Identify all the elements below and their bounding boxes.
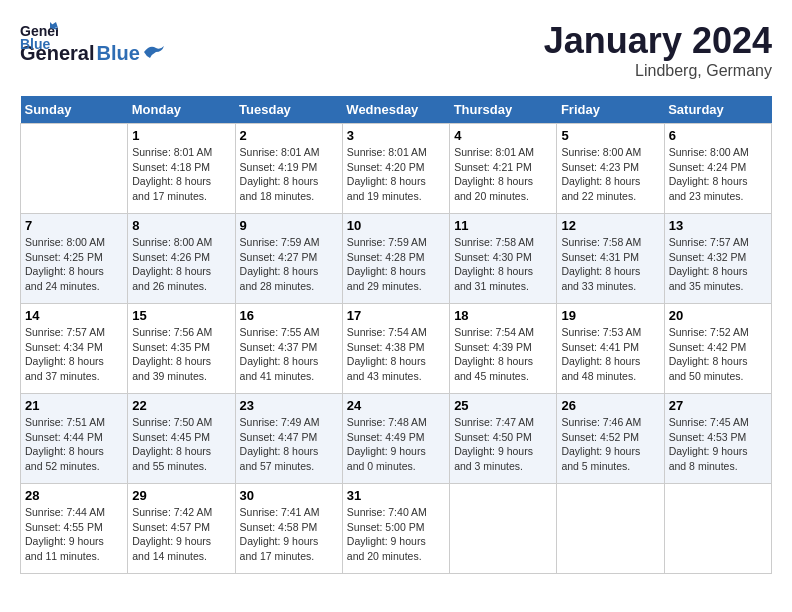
sunset-text: Sunset: 4:58 PM <box>240 521 318 533</box>
sunrise-text: Sunrise: 7:59 AM <box>240 236 320 248</box>
calendar-cell: 26Sunrise: 7:46 AMSunset: 4:52 PMDayligh… <box>557 394 664 484</box>
sunset-text: Sunset: 4:49 PM <box>347 431 425 443</box>
day-number: 12 <box>561 218 659 233</box>
day-info: Sunrise: 7:41 AMSunset: 4:58 PMDaylight:… <box>240 505 338 564</box>
daylight-text: Daylight: 8 hours and 28 minutes. <box>240 265 319 292</box>
weekday-header-saturday: Saturday <box>664 96 771 124</box>
daylight-text: Daylight: 8 hours and 55 minutes. <box>132 445 211 472</box>
sunset-text: Sunset: 4:37 PM <box>240 341 318 353</box>
sunrise-text: Sunrise: 7:53 AM <box>561 326 641 338</box>
sunset-text: Sunset: 4:32 PM <box>669 251 747 263</box>
logo-icon: General Blue <box>20 20 58 52</box>
sunrise-text: Sunrise: 7:57 AM <box>25 326 105 338</box>
sunset-text: Sunset: 4:44 PM <box>25 431 103 443</box>
calendar-cell: 23Sunrise: 7:49 AMSunset: 4:47 PMDayligh… <box>235 394 342 484</box>
calendar-cell: 17Sunrise: 7:54 AMSunset: 4:38 PMDayligh… <box>342 304 449 394</box>
day-number: 9 <box>240 218 338 233</box>
calendar-cell <box>21 124 128 214</box>
sunrise-text: Sunrise: 7:55 AM <box>240 326 320 338</box>
calendar-cell: 15Sunrise: 7:56 AMSunset: 4:35 PMDayligh… <box>128 304 235 394</box>
sunset-text: Sunset: 4:45 PM <box>132 431 210 443</box>
calendar-header-row: SundayMondayTuesdayWednesdayThursdayFrid… <box>21 96 772 124</box>
day-number: 6 <box>669 128 767 143</box>
daylight-text: Daylight: 8 hours and 52 minutes. <box>25 445 104 472</box>
day-info: Sunrise: 7:46 AMSunset: 4:52 PMDaylight:… <box>561 415 659 474</box>
day-number: 14 <box>25 308 123 323</box>
calendar-cell: 19Sunrise: 7:53 AMSunset: 4:41 PMDayligh… <box>557 304 664 394</box>
sunset-text: Sunset: 4:27 PM <box>240 251 318 263</box>
sunset-text: Sunset: 4:24 PM <box>669 161 747 173</box>
calendar-title: January 2024 <box>544 20 772 62</box>
daylight-text: Daylight: 8 hours and 24 minutes. <box>25 265 104 292</box>
daylight-text: Daylight: 8 hours and 43 minutes. <box>347 355 426 382</box>
sunset-text: Sunset: 4:20 PM <box>347 161 425 173</box>
daylight-text: Daylight: 8 hours and 18 minutes. <box>240 175 319 202</box>
day-info: Sunrise: 8:01 AMSunset: 4:18 PMDaylight:… <box>132 145 230 204</box>
daylight-text: Daylight: 8 hours and 19 minutes. <box>347 175 426 202</box>
daylight-text: Daylight: 8 hours and 20 minutes. <box>454 175 533 202</box>
sunrise-text: Sunrise: 7:58 AM <box>561 236 641 248</box>
sunrise-text: Sunrise: 7:56 AM <box>132 326 212 338</box>
calendar-cell: 24Sunrise: 7:48 AMSunset: 4:49 PMDayligh… <box>342 394 449 484</box>
day-info: Sunrise: 7:53 AMSunset: 4:41 PMDaylight:… <box>561 325 659 384</box>
calendar-week-5: 28Sunrise: 7:44 AMSunset: 4:55 PMDayligh… <box>21 484 772 574</box>
sunrise-text: Sunrise: 8:00 AM <box>669 146 749 158</box>
calendar-cell: 16Sunrise: 7:55 AMSunset: 4:37 PMDayligh… <box>235 304 342 394</box>
calendar-week-3: 14Sunrise: 7:57 AMSunset: 4:34 PMDayligh… <box>21 304 772 394</box>
daylight-text: Daylight: 8 hours and 35 minutes. <box>669 265 748 292</box>
calendar-cell: 1Sunrise: 8:01 AMSunset: 4:18 PMDaylight… <box>128 124 235 214</box>
day-info: Sunrise: 7:47 AMSunset: 4:50 PMDaylight:… <box>454 415 552 474</box>
sunrise-text: Sunrise: 8:00 AM <box>132 236 212 248</box>
calendar-cell: 4Sunrise: 8:01 AMSunset: 4:21 PMDaylight… <box>450 124 557 214</box>
day-number: 18 <box>454 308 552 323</box>
daylight-text: Daylight: 9 hours and 5 minutes. <box>561 445 640 472</box>
daylight-text: Daylight: 9 hours and 0 minutes. <box>347 445 426 472</box>
daylight-text: Daylight: 8 hours and 31 minutes. <box>454 265 533 292</box>
daylight-text: Daylight: 8 hours and 33 minutes. <box>561 265 640 292</box>
sunset-text: Sunset: 4:53 PM <box>669 431 747 443</box>
day-info: Sunrise: 7:55 AMSunset: 4:37 PMDaylight:… <box>240 325 338 384</box>
daylight-text: Daylight: 8 hours and 26 minutes. <box>132 265 211 292</box>
day-number: 1 <box>132 128 230 143</box>
sunrise-text: Sunrise: 7:52 AM <box>669 326 749 338</box>
day-info: Sunrise: 8:00 AMSunset: 4:25 PMDaylight:… <box>25 235 123 294</box>
day-number: 30 <box>240 488 338 503</box>
daylight-text: Daylight: 9 hours and 8 minutes. <box>669 445 748 472</box>
calendar-cell: 29Sunrise: 7:42 AMSunset: 4:57 PMDayligh… <box>128 484 235 574</box>
calendar-cell: 27Sunrise: 7:45 AMSunset: 4:53 PMDayligh… <box>664 394 771 484</box>
daylight-text: Daylight: 8 hours and 50 minutes. <box>669 355 748 382</box>
calendar-cell: 14Sunrise: 7:57 AMSunset: 4:34 PMDayligh… <box>21 304 128 394</box>
sunrise-text: Sunrise: 7:45 AM <box>669 416 749 428</box>
day-number: 20 <box>669 308 767 323</box>
day-info: Sunrise: 7:58 AMSunset: 4:31 PMDaylight:… <box>561 235 659 294</box>
day-number: 29 <box>132 488 230 503</box>
calendar-cell: 5Sunrise: 8:00 AMSunset: 4:23 PMDaylight… <box>557 124 664 214</box>
calendar-cell: 12Sunrise: 7:58 AMSunset: 4:31 PMDayligh… <box>557 214 664 304</box>
day-info: Sunrise: 7:52 AMSunset: 4:42 PMDaylight:… <box>669 325 767 384</box>
weekday-header-sunday: Sunday <box>21 96 128 124</box>
calendar-cell: 31Sunrise: 7:40 AMSunset: 5:00 PMDayligh… <box>342 484 449 574</box>
sunrise-text: Sunrise: 7:54 AM <box>454 326 534 338</box>
day-info: Sunrise: 7:58 AMSunset: 4:30 PMDaylight:… <box>454 235 552 294</box>
sunset-text: Sunset: 4:30 PM <box>454 251 532 263</box>
sunrise-text: Sunrise: 7:44 AM <box>25 506 105 518</box>
sunset-text: Sunset: 4:55 PM <box>25 521 103 533</box>
sunset-text: Sunset: 4:52 PM <box>561 431 639 443</box>
calendar-week-2: 7Sunrise: 8:00 AMSunset: 4:25 PMDaylight… <box>21 214 772 304</box>
day-number: 11 <box>454 218 552 233</box>
weekday-header-monday: Monday <box>128 96 235 124</box>
day-number: 15 <box>132 308 230 323</box>
daylight-text: Daylight: 8 hours and 37 minutes. <box>25 355 104 382</box>
calendar-cell: 7Sunrise: 8:00 AMSunset: 4:25 PMDaylight… <box>21 214 128 304</box>
daylight-text: Daylight: 9 hours and 20 minutes. <box>347 535 426 562</box>
sunrise-text: Sunrise: 7:58 AM <box>454 236 534 248</box>
day-info: Sunrise: 7:44 AMSunset: 4:55 PMDaylight:… <box>25 505 123 564</box>
sunset-text: Sunset: 4:31 PM <box>561 251 639 263</box>
sunrise-text: Sunrise: 8:01 AM <box>240 146 320 158</box>
calendar-cell: 6Sunrise: 8:00 AMSunset: 4:24 PMDaylight… <box>664 124 771 214</box>
day-info: Sunrise: 7:48 AMSunset: 4:49 PMDaylight:… <box>347 415 445 474</box>
calendar-cell: 13Sunrise: 7:57 AMSunset: 4:32 PMDayligh… <box>664 214 771 304</box>
calendar-cell: 11Sunrise: 7:58 AMSunset: 4:30 PMDayligh… <box>450 214 557 304</box>
day-info: Sunrise: 8:00 AMSunset: 4:24 PMDaylight:… <box>669 145 767 204</box>
day-number: 5 <box>561 128 659 143</box>
